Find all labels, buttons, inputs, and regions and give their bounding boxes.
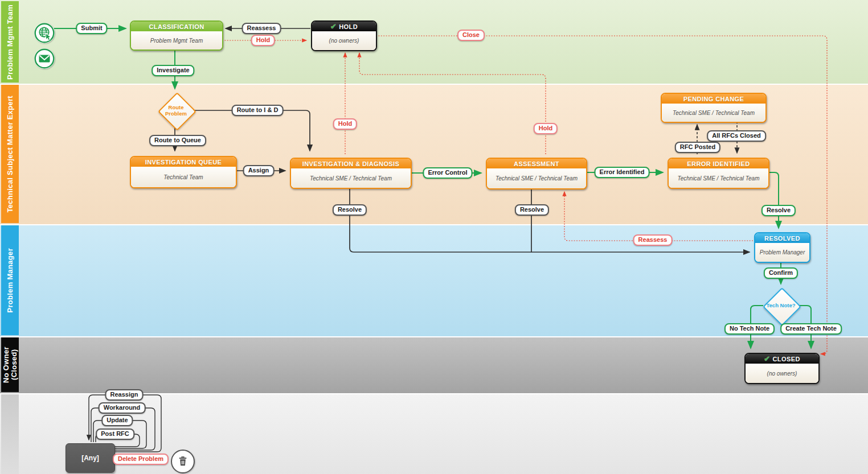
email-entry[interactable] xyxy=(34,48,55,69)
state-investigation-diagnosis[interactable]: INVESTIGATION & DIAGNOSIS Technical SME … xyxy=(290,158,412,189)
check-icon: ✔ xyxy=(330,24,337,30)
transition-resolve-from-assessment[interactable]: Resolve xyxy=(515,204,549,216)
transition-update[interactable]: Update xyxy=(101,415,133,426)
state-resolved[interactable]: RESOLVED Problem Manager xyxy=(754,232,810,263)
transition-assign[interactable]: Assign xyxy=(243,165,275,176)
transition-create-tech-note[interactable]: Create Tech Note xyxy=(780,323,842,335)
transition-post-rfc[interactable]: Post RFC xyxy=(96,428,134,440)
state-any-label: [Any] xyxy=(81,454,99,462)
state-closed-owner: (no owners) xyxy=(746,364,818,383)
state-hold[interactable]: ✔ HOLD (no owners) xyxy=(311,20,377,51)
check-icon: ✔ xyxy=(764,356,770,362)
transition-rfc-posted[interactable]: RFC Posted xyxy=(675,142,720,153)
transition-hold-from-assessment[interactable]: Hold xyxy=(534,123,558,134)
transition-error-control[interactable]: Error Control xyxy=(423,167,472,179)
transition-submit[interactable]: Submit xyxy=(76,23,107,34)
transition-all-rfcs-closed[interactable]: All RFCs Closed xyxy=(707,130,766,142)
state-error-identified-owner: Technical SME / Technical Team xyxy=(669,168,768,188)
decision-tech-note-label: Tech Note? xyxy=(764,303,798,309)
state-closed[interactable]: ✔ CLOSED (no owners) xyxy=(744,353,820,384)
transition-reassess-to-classification[interactable]: Reassess xyxy=(242,23,281,34)
state-resolved-owner: Problem Manager xyxy=(755,243,809,262)
transition-workaround[interactable]: Workaround xyxy=(99,402,146,414)
state-pending-change[interactable]: PENDING CHANGE Technical SME / Technical… xyxy=(661,93,767,123)
transition-reassess-from-resolved[interactable]: Reassess xyxy=(633,234,673,246)
state-assessment[interactable]: ASSESSMENT Technical SME / Technical Tea… xyxy=(486,158,587,189)
state-pending-change-title: PENDING CHANGE xyxy=(662,94,765,104)
state-closed-title: CLOSED xyxy=(773,356,800,362)
envelope-icon xyxy=(34,48,55,69)
state-classification-title: CLASSIFICATION xyxy=(131,22,222,31)
state-hold-title: HOLD xyxy=(339,23,358,30)
state-pending-change-owner: Technical SME / Technical Team xyxy=(662,104,765,122)
state-classification-owner: Problem Mgmt Team xyxy=(131,31,222,50)
state-hold-header: ✔ HOLD xyxy=(312,22,376,31)
workflow-canvas: Problem Mgmt Team Technical Subject Matt… xyxy=(0,0,868,474)
state-any[interactable]: [Any] xyxy=(65,443,115,473)
transition-resolve-from-diagnosis[interactable]: Resolve xyxy=(333,204,367,216)
state-closed-header: ✔ CLOSED xyxy=(746,354,818,364)
transition-resolve-from-error[interactable]: Resolve xyxy=(761,205,796,216)
transition-delete-problem[interactable]: Delete Problem xyxy=(113,454,169,465)
web-submit-entry[interactable] xyxy=(34,23,55,43)
state-investigation-diagnosis-owner: Technical SME / Technical Team xyxy=(291,168,411,188)
state-error-identified-title: ERROR IDENTIFIED xyxy=(669,159,768,168)
decision-route-problem-label: Route Problem xyxy=(163,105,189,117)
transition-confirm[interactable]: Confirm xyxy=(764,267,798,279)
transition-hold-from-diagnosis[interactable]: Hold xyxy=(333,118,357,130)
state-error-identified[interactable]: ERROR IDENTIFIED Technical SME / Technic… xyxy=(668,158,769,189)
delete-target[interactable] xyxy=(171,450,195,473)
state-assessment-owner: Technical SME / Technical Team xyxy=(487,168,586,188)
transition-route-to-queue[interactable]: Route to Queue xyxy=(149,135,206,146)
state-investigation-queue-title: INVESTIGATION QUEUE xyxy=(131,157,236,167)
state-resolved-title: RESOLVED xyxy=(755,233,809,243)
transition-route-to-i-and-d[interactable]: Route to I & D xyxy=(232,105,284,116)
transition-close[interactable]: Close xyxy=(457,30,485,41)
transition-error-identified[interactable]: Error Identified xyxy=(595,167,650,178)
state-investigation-queue[interactable]: INVESTIGATION QUEUE Technical Team xyxy=(130,156,237,188)
state-assessment-title: ASSESSMENT xyxy=(487,159,586,168)
trash-icon xyxy=(177,455,189,468)
transition-hold-from-classification[interactable]: Hold xyxy=(251,35,275,46)
transition-reassign[interactable]: Reassign xyxy=(105,389,144,401)
state-classification[interactable]: CLASSIFICATION Problem Mgmt Team xyxy=(130,20,223,51)
transition-investigate[interactable]: Investigate xyxy=(152,65,194,76)
state-investigation-queue-owner: Technical Team xyxy=(131,167,236,187)
transition-no-tech-note[interactable]: No Tech Note xyxy=(724,323,775,335)
globe-cursor-icon xyxy=(34,23,55,43)
state-hold-owner: (no owners) xyxy=(312,31,376,50)
state-investigation-diagnosis-title: INVESTIGATION & DIAGNOSIS xyxy=(291,159,411,168)
